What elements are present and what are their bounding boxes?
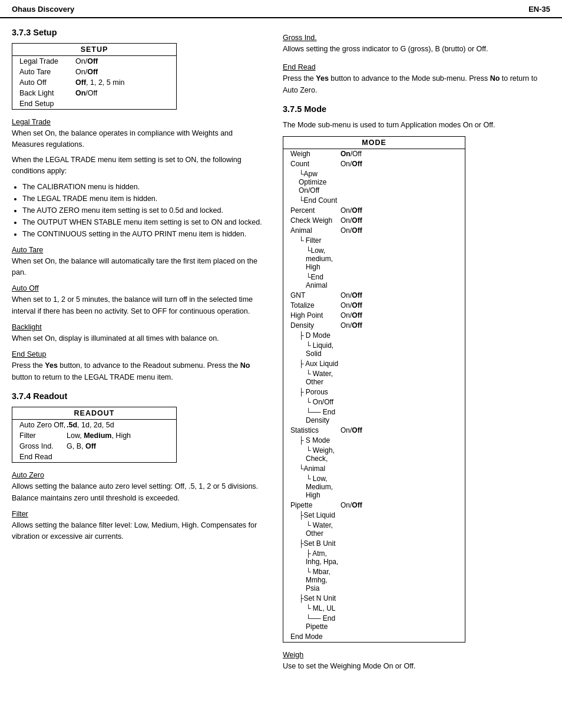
mode-col2 <box>340 604 458 612</box>
readout-table-header: READOUT <box>12 407 176 420</box>
list-item: The AUTO ZERO menu item setting is set t… <box>22 205 265 216</box>
mode-col2 <box>340 446 458 463</box>
mode-col1: └ On/Off <box>290 398 340 406</box>
setup-row-3-col1: Auto Off <box>19 78 75 87</box>
left-column: 3.7.3 Setup SETUP Legal Trade On/Off Aut… <box>12 28 265 676</box>
mode-col2 <box>340 370 458 386</box>
mode-col1: Animal <box>290 226 340 235</box>
mode-col2 <box>340 388 458 396</box>
mode-col1: └ Water, Other <box>290 370 340 386</box>
mode-row: Statistics On/Off <box>283 426 465 436</box>
mode-col2 <box>340 614 458 631</box>
mode-row: Density On/Off <box>283 321 465 331</box>
legal-trade-para1: When set On, the balance operates in com… <box>12 128 265 151</box>
mode-row: └ Weigh, Check, <box>283 446 465 464</box>
readout-row-4-col2 <box>67 453 169 461</box>
end-read-para: Press the Yes button to advance to the M… <box>283 73 550 96</box>
mode-row: ├Set N Unit <box>283 594 465 604</box>
mode-col2: On/Off <box>340 501 458 509</box>
mode-row: ├ Aux Liquid <box>283 359 465 369</box>
table-row: End Setup <box>12 98 176 109</box>
mode-col1: └Animal <box>290 465 340 473</box>
mode-row: ├Set Liquid <box>283 510 465 521</box>
gross-ind-heading: Gross Ind. <box>283 34 550 42</box>
mode-col1: └── End Pipette <box>290 614 340 631</box>
mode-row: └Animal <box>283 464 465 474</box>
mode-row: Totalize On/Off <box>283 301 465 311</box>
mode-col1: Check Weigh <box>290 216 340 225</box>
readout-table: READOUT Auto Zero Off, .5d, 1d, 2d, 5d F… <box>12 407 177 463</box>
table-row: Auto Tare On/Off <box>12 67 176 77</box>
mode-col1: ├ Atm, Inhg, Hpa, <box>290 549 340 566</box>
gross-ind-para: Allows setting the gross indicator to G … <box>283 44 550 55</box>
mode-row: Count On/Off <box>283 159 465 169</box>
mode-col1: Density <box>290 321 340 330</box>
weigh-heading: Weigh <box>283 651 550 659</box>
mode-col2 <box>340 331 458 340</box>
mode-row: High Point On/Off <box>283 311 465 321</box>
auto-off-para: When set to 1, 2 or 5 minutes, the balan… <box>12 294 265 317</box>
auto-off-heading: Auto Off <box>12 284 265 292</box>
backlight-heading: Backlight <box>12 323 265 331</box>
setup-row-4-col2: On/Off <box>75 89 169 97</box>
backlight-para: When set On, display is illuminated at a… <box>12 333 265 344</box>
mode-col2: On/Off <box>340 160 458 168</box>
mode-row: └End Animal <box>283 272 465 291</box>
section-374-title: 3.7.4 Readout <box>12 391 265 401</box>
auto-tare-para: When set On, the balance will automatica… <box>12 256 265 279</box>
table-row: Gross Ind. G, B, Off <box>12 441 176 452</box>
mode-row: └ Mbar, Mmhg, Psia <box>283 567 465 594</box>
mode-col1: End Mode <box>290 633 340 641</box>
mode-row: Animal On/Off <box>283 226 465 236</box>
setup-table: SETUP Legal Trade On/Off Auto Tare On/Of… <box>12 43 177 110</box>
mode-col1: └End Count <box>290 196 340 205</box>
readout-row-3-col1: Gross Ind. <box>19 442 67 450</box>
mode-col1: └── End Density <box>290 408 340 424</box>
mode-row: Check Weigh On/Off <box>283 216 465 226</box>
mode-col1: └ Filter <box>290 236 340 245</box>
mode-row: └End Count <box>283 196 465 206</box>
end-setup-para: Press the Yes button, to advance to the … <box>12 360 265 383</box>
mode-col1: ├Set B Unit <box>290 539 340 548</box>
mode-col2: On/Off <box>340 291 458 299</box>
mode-col1: Weigh <box>290 150 340 158</box>
mode-col2 <box>340 273 458 289</box>
mode-col1: Count <box>290 160 340 168</box>
legal-trade-para2: When the LEGAL TRADE menu item setting i… <box>12 154 265 177</box>
readout-row-4-col1: End Read <box>19 453 67 461</box>
mode-row: ├ Porous <box>283 387 465 397</box>
mode-col1: Totalize <box>290 301 340 309</box>
mode-col1: ├Set Liquid <box>290 511 340 519</box>
readout-row-1-col2: .5d, 1d, 2d, 5d <box>67 421 169 429</box>
mode-row: GNT On/Off <box>283 291 465 301</box>
auto-zero-heading: Auto Zero <box>12 471 265 479</box>
readout-row-3-col2: G, B, Off <box>67 442 169 450</box>
end-setup-heading: End Setup <box>12 350 265 358</box>
mode-col1: └ ML, UL <box>290 604 340 612</box>
auto-tare-heading: Auto Tare <box>12 246 265 254</box>
mode-col1: ├ Porous <box>290 388 340 396</box>
setup-row-4-col1: Back Light <box>19 89 75 97</box>
filter-para: Allows setting the balance filter level:… <box>12 520 265 543</box>
mode-row: └── End Pipette <box>283 614 465 632</box>
mode-table-header: MODE <box>283 137 465 149</box>
mode-col2 <box>340 398 458 406</box>
mode-row: Weigh On/Off <box>283 149 465 159</box>
mode-row: ├ D Mode <box>283 331 465 341</box>
mode-row: Percent On/Off <box>283 206 465 216</box>
mode-col2 <box>340 408 458 424</box>
mode-col1: └ Weigh, Check, <box>290 446 340 463</box>
mode-row: ├ Atm, Inhg, Hpa, <box>283 549 465 567</box>
mode-col1: ├Set N Unit <box>290 594 340 602</box>
mode-col2 <box>340 246 458 271</box>
mode-col1: ├ D Mode <box>290 331 340 340</box>
mode-row: └ ML, UL <box>283 604 465 614</box>
mode-row: ├ S Mode <box>283 436 465 446</box>
mode-col2: On/Off <box>340 321 458 330</box>
list-item: The LEGAL TRADE menu item is hidden. <box>22 193 265 205</box>
mode-col1: └End Animal <box>290 273 340 289</box>
mode-row: End Mode <box>283 632 465 642</box>
mode-row: └ On/Off <box>283 397 465 407</box>
setup-row-5-col1: End Setup <box>19 100 75 108</box>
mode-col2 <box>340 236 458 245</box>
